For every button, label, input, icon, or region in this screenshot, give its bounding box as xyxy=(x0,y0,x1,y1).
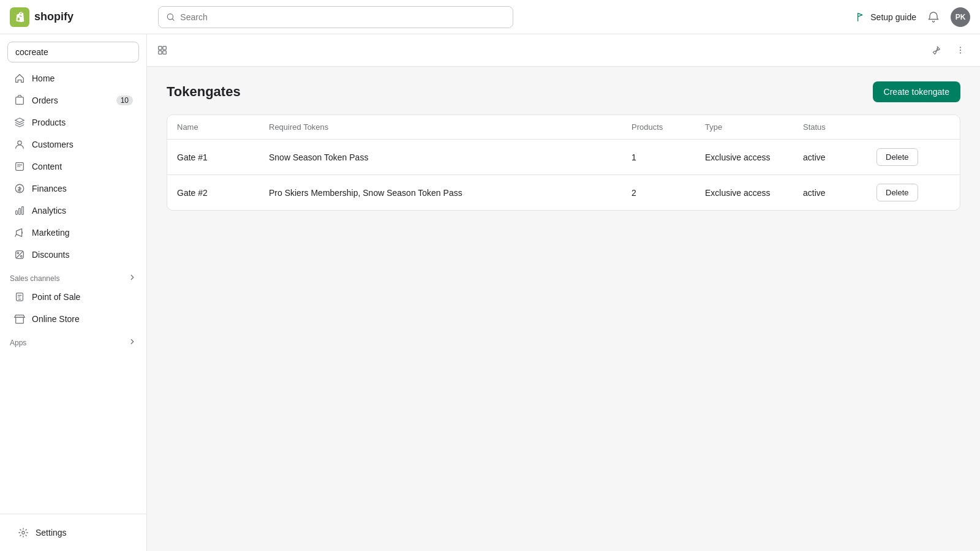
apps-chevron[interactable] xyxy=(128,337,137,348)
logo-area: shopify xyxy=(10,7,151,27)
sales-channels-label: Sales channels xyxy=(0,266,146,286)
marketing-icon xyxy=(13,227,26,239)
svg-rect-16 xyxy=(159,51,162,54)
nav-finances-label: Finances xyxy=(32,184,67,193)
settings-icon xyxy=(17,527,29,539)
nav-pos-label: Point of Sale xyxy=(32,292,80,302)
finances-icon xyxy=(13,182,26,195)
nav-content[interactable]: Content xyxy=(4,156,143,178)
nav-analytics-label: Analytics xyxy=(32,206,66,216)
store-name[interactable]: cocreate xyxy=(7,42,139,62)
nav-marketing-label: Marketing xyxy=(32,228,69,238)
nav-online-store-label: Online Store xyxy=(32,314,80,324)
row1-status: active xyxy=(803,152,876,162)
search-input[interactable] xyxy=(180,12,505,22)
main-header: Tokengates Create tokengate xyxy=(167,81,960,102)
pos-icon xyxy=(13,291,26,303)
svg-rect-14 xyxy=(159,47,162,50)
online-store-icon xyxy=(13,313,26,325)
nav-customers[interactable]: Customers xyxy=(4,133,143,156)
svg-point-18 xyxy=(960,47,961,48)
orders-badge: 10 xyxy=(116,96,133,105)
nav-content-label: Content xyxy=(32,162,62,171)
svg-point-13 xyxy=(22,531,25,534)
nav-customers-label: Customers xyxy=(32,140,74,149)
main-content: Tokengates Create tokengate Name Require… xyxy=(147,67,980,551)
analytics-icon xyxy=(13,204,26,217)
delete-gate2-button[interactable]: Delete xyxy=(876,184,918,201)
row1-type: Exclusive access xyxy=(705,152,803,162)
discounts-icon xyxy=(13,249,26,261)
col-action xyxy=(876,122,950,132)
table-header: Name Required Tokens Products Type Statu… xyxy=(167,115,960,140)
page-title: Tokengates xyxy=(167,84,241,100)
nav-home-label: Home xyxy=(32,73,55,83)
more-actions-button[interactable] xyxy=(951,40,970,60)
search-bar[interactable] xyxy=(158,6,513,28)
nav-finances[interactable]: Finances xyxy=(4,178,143,200)
sidebar: cocreate Home Orders 10 Products Cust xyxy=(0,34,147,551)
search-icon xyxy=(166,12,175,22)
tokengates-table: Name Required Tokens Products Type Statu… xyxy=(167,114,960,211)
row2-tokens: Pro Skiers Membership, Snow Season Token… xyxy=(269,188,631,198)
col-required-tokens: Required Tokens xyxy=(269,122,631,132)
nav-discounts[interactable]: Discounts xyxy=(4,244,143,266)
col-name: Name xyxy=(177,122,269,132)
breadcrumb-grid-icon xyxy=(157,45,168,56)
products-icon xyxy=(13,116,26,129)
svg-rect-8 xyxy=(22,207,24,215)
nav-orders-label: Orders xyxy=(32,96,58,105)
svg-rect-2 xyxy=(16,97,24,105)
nav-online-store[interactable]: Online Store xyxy=(4,308,143,330)
main-area: Tokengates Create tokengate Name Require… xyxy=(147,34,980,551)
bell-icon xyxy=(927,11,940,23)
sales-channels-chevron[interactable] xyxy=(128,273,137,283)
row2-products: 2 xyxy=(631,188,705,198)
delete-gate1-button[interactable]: Delete xyxy=(876,148,918,166)
svg-rect-17 xyxy=(163,51,166,54)
svg-rect-15 xyxy=(163,47,166,50)
svg-point-20 xyxy=(960,52,961,53)
avatar[interactable]: PK xyxy=(951,7,970,27)
main-topbar-icons xyxy=(926,40,970,60)
col-products: Products xyxy=(631,122,705,132)
topbar: shopify Setup guide PK xyxy=(0,0,980,34)
nav-home[interactable]: Home xyxy=(4,67,143,89)
logo-text: shopify xyxy=(34,10,74,23)
row2-action-cell: Delete xyxy=(876,184,950,201)
notification-button[interactable] xyxy=(924,7,943,27)
svg-point-10 xyxy=(20,255,22,257)
svg-rect-7 xyxy=(19,208,21,214)
nav-products[interactable]: Products xyxy=(4,111,143,133)
nav-settings-label: Settings xyxy=(36,528,67,538)
col-type: Type xyxy=(705,122,803,132)
svg-rect-6 xyxy=(16,211,18,214)
nav-discounts-label: Discounts xyxy=(32,250,69,260)
svg-point-3 xyxy=(18,141,21,144)
nav-pos[interactable]: Point of Sale xyxy=(4,286,143,308)
setup-guide-button[interactable]: Setup guide xyxy=(856,12,916,23)
row2-type: Exclusive access xyxy=(705,188,803,198)
topbar-right: Setup guide PK xyxy=(856,7,970,27)
table-row: Gate #1 Snow Season Token Pass 1 Exclusi… xyxy=(167,140,960,175)
flag-icon xyxy=(856,12,867,23)
nav-settings[interactable]: Settings xyxy=(7,522,139,544)
content-icon xyxy=(13,160,26,173)
nav-orders[interactable]: Orders 10 xyxy=(4,89,143,111)
row2-name: Gate #2 xyxy=(177,188,269,198)
row1-tokens: Snow Season Token Pass xyxy=(269,152,631,162)
create-tokengate-button[interactable]: Create tokengate xyxy=(873,81,960,102)
orders-icon xyxy=(13,94,26,107)
apps-label: Apps xyxy=(0,330,146,350)
nav-products-label: Products xyxy=(32,118,66,127)
nav-marketing[interactable]: Marketing xyxy=(4,222,143,244)
row2-status: active xyxy=(803,188,876,198)
sidebar-bottom: Settings xyxy=(0,514,146,544)
nav-analytics[interactable]: Analytics xyxy=(4,200,143,222)
row1-name: Gate #1 xyxy=(177,152,269,162)
customers-icon xyxy=(13,138,26,151)
main-topbar xyxy=(147,34,980,67)
shopify-logo-icon xyxy=(10,7,29,27)
table-row: Gate #2 Pro Skiers Membership, Snow Seas… xyxy=(167,175,960,210)
pin-button[interactable] xyxy=(926,40,946,60)
